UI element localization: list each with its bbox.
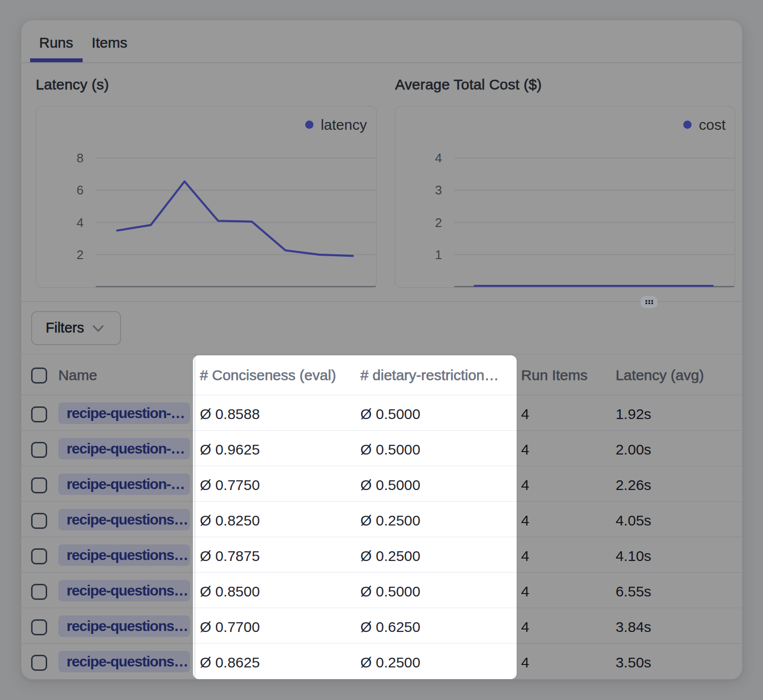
cost-chart: 4321 cost — [395, 106, 735, 288]
latency-chart-title: Latency (s) — [36, 77, 109, 92]
run-items-cell: 4 — [516, 477, 610, 493]
latency-chart: 8642 latency — [36, 106, 377, 288]
dietary-cell: Ø 0.5000 — [355, 583, 516, 600]
y-tick-label: 2 — [77, 247, 84, 262]
grip-dot — [648, 302, 650, 304]
table-header-row: Name # Conciseness (eval) # dietary-rest… — [21, 354, 742, 395]
y-tick-label: 3 — [435, 183, 442, 197]
latency-cell: 2.26s — [610, 477, 742, 493]
latency-legend-label: latency — [321, 118, 367, 132]
run-name-badge[interactable]: recipe-questions… — [58, 651, 190, 672]
y-tick-label: 4 — [77, 215, 84, 230]
column-header-dietary[interactable]: # dietary-restriction… — [355, 367, 516, 384]
y-tick-label: 6 — [77, 183, 84, 197]
dietary-cell: Ø 0.5000 — [355, 406, 516, 422]
row-checkbox[interactable] — [31, 513, 47, 529]
table-row[interactable]: recipe-questions…Ø 0.8500Ø 0.500046.55s — [21, 572, 742, 608]
table-row[interactable]: recipe-questions…Ø 0.8250Ø 0.250044.05s — [21, 501, 742, 537]
column-header-conciseness[interactable]: # Conciseness (eval) — [194, 367, 355, 384]
row-checkbox-cell — [21, 584, 52, 600]
conciseness-cell: Ø 0.8625 — [194, 654, 355, 671]
run-name-badge[interactable]: recipe-questions… — [58, 615, 190, 637]
run-name-cell: recipe-questions… — [52, 651, 194, 674]
row-checkbox-cell — [21, 619, 52, 635]
run-items-cell: 4 — [516, 619, 610, 635]
run-items-cell: 4 — [516, 583, 610, 600]
table-row[interactable]: recipe-questions…Ø 0.8625Ø 0.250043.50s — [21, 643, 742, 679]
tab-runs[interactable]: Runs — [30, 20, 83, 62]
runs-table: Name # Conciseness (eval) # dietary-rest… — [21, 354, 742, 680]
column-header-run-items[interactable]: Run Items — [516, 367, 610, 384]
header-checkbox-cell — [21, 368, 52, 384]
dietary-cell: Ø 0.2500 — [355, 512, 516, 529]
cost-legend-dot-icon — [683, 121, 692, 129]
conciseness-cell: Ø 0.7700 — [194, 619, 355, 635]
cost-legend-label: cost — [699, 118, 726, 132]
latency-chart-plot: 8642 — [36, 106, 376, 287]
conciseness-cell: Ø 0.8588 — [194, 406, 355, 422]
row-checkbox[interactable] — [31, 406, 47, 422]
run-items-cell: 4 — [516, 441, 610, 458]
row-checkbox[interactable] — [31, 548, 47, 564]
run-name-badge[interactable]: recipe-questions… — [58, 509, 190, 530]
latency-cell: 1.92s — [610, 406, 742, 422]
run-name-badge[interactable]: recipe-questions… — [58, 544, 190, 566]
run-name-badge[interactable]: recipe-question-… — [58, 402, 190, 424]
select-all-checkbox[interactable] — [31, 368, 47, 384]
pinned-column-border — [194, 354, 195, 680]
latency-cell: 2.00s — [610, 441, 742, 458]
latency-chart-legend: latency — [305, 118, 367, 132]
conciseness-cell: Ø 0.8250 — [194, 512, 355, 529]
chevron-down-path — [94, 326, 103, 331]
y-tick-label: 2 — [435, 215, 442, 230]
table-row[interactable]: recipe-questions…Ø 0.7700Ø 0.625043.84s — [21, 608, 742, 643]
cost-chart-title: Average Total Cost ($) — [395, 77, 542, 92]
row-checkbox-cell — [21, 548, 52, 564]
conciseness-cell: Ø 0.8500 — [194, 583, 355, 600]
grip-dot — [645, 302, 647, 304]
run-name-cell: recipe-question-… — [52, 473, 194, 497]
dietary-cell: Ø 0.6250 — [355, 619, 516, 635]
run-name-cell: recipe-questions… — [52, 544, 194, 568]
conciseness-cell: Ø 0.7750 — [194, 477, 355, 493]
row-checkbox-cell — [21, 655, 52, 671]
runs-panel: Runs Items Latency (s) 8642 latency Aver… — [21, 20, 743, 680]
row-checkbox[interactable] — [31, 584, 47, 600]
conciseness-cell: Ø 0.7875 — [194, 548, 355, 564]
row-checkbox-cell — [21, 513, 52, 529]
run-items-cell: 4 — [516, 548, 610, 564]
cost-chart-plot: 4321 — [395, 106, 734, 287]
active-tab-indicator — [30, 58, 83, 63]
run-name-badge[interactable]: recipe-question-… — [58, 473, 190, 495]
run-items-cell: 4 — [516, 406, 610, 422]
table-row[interactable]: recipe-question-…Ø 0.8588Ø 0.500041.92s — [21, 395, 742, 430]
y-tick-label: 1 — [435, 247, 442, 262]
row-checkbox[interactable] — [31, 619, 47, 635]
table-row[interactable]: recipe-question-…Ø 0.9625Ø 0.500042.00s — [21, 430, 742, 466]
grip-dot — [645, 300, 647, 302]
run-name-badge[interactable]: recipe-questions… — [58, 580, 190, 601]
column-header-latency[interactable]: Latency (avg) — [610, 367, 742, 384]
latency-cell: 4.10s — [610, 548, 742, 564]
resize-handle[interactable] — [641, 296, 658, 308]
table-row[interactable]: recipe-questions…Ø 0.7875Ø 0.250044.10s — [21, 537, 742, 572]
row-checkbox[interactable] — [31, 655, 47, 671]
run-name-cell: recipe-question-… — [52, 438, 194, 461]
grip-dots-icon — [645, 300, 653, 305]
filters-button[interactable]: Filters — [31, 311, 121, 345]
run-name-badge[interactable]: recipe-question-… — [58, 438, 190, 459]
tab-items-label: Items — [92, 35, 127, 51]
row-checkbox[interactable] — [31, 477, 47, 493]
dietary-cell: Ø 0.2500 — [355, 548, 516, 564]
tab-items[interactable]: Items — [83, 20, 137, 62]
charts-table-divider — [21, 301, 742, 302]
y-tick-label: 4 — [435, 151, 442, 165]
row-checkbox[interactable] — [31, 442, 47, 458]
column-header-name[interactable]: Name — [52, 367, 194, 384]
row-checkbox-cell — [21, 477, 52, 493]
chevron-down-icon — [93, 325, 104, 332]
tab-runs-label: Runs — [39, 35, 73, 51]
table-row[interactable]: recipe-question-…Ø 0.7750Ø 0.500042.26s — [21, 466, 742, 501]
run-items-cell: 4 — [516, 654, 610, 671]
conciseness-cell: Ø 0.9625 — [194, 441, 355, 458]
